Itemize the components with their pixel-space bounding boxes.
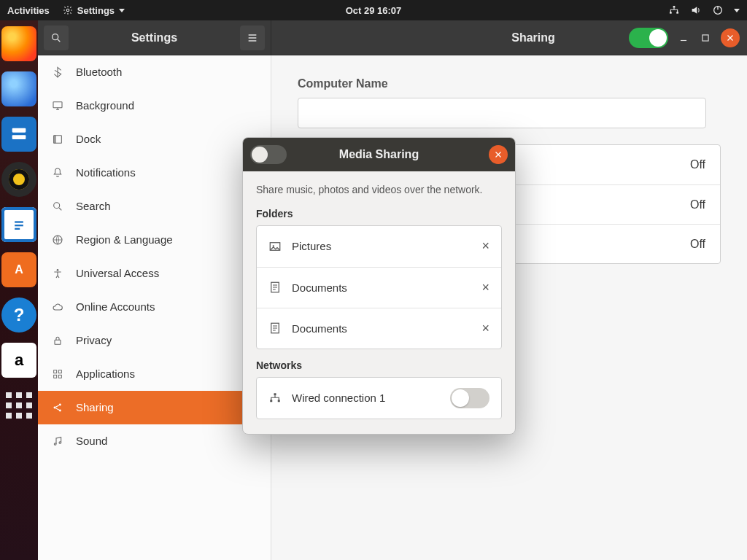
- remove-folder-button[interactable]: ×: [481, 238, 489, 254]
- network-icon[interactable]: [668, 4, 680, 16]
- sidebar-item-applications[interactable]: Applications: [38, 357, 271, 391]
- svg-rect-21: [58, 370, 61, 373]
- accessibility-icon: [51, 267, 64, 280]
- sidebar-item-label: Sharing: [76, 401, 114, 413]
- computer-name-label: Computer Name: [298, 77, 721, 90]
- monitor-icon: [51, 99, 64, 112]
- dialog-header: Media Sharing: [243, 138, 515, 171]
- sharing-master-switch[interactable]: [629, 28, 668, 48]
- dock-rhythmbox-icon[interactable]: [1, 162, 36, 197]
- dock: ? a: [0, 20, 38, 560]
- svg-rect-10: [15, 228, 20, 230]
- close-button[interactable]: [721, 28, 740, 47]
- appmenu-label: Settings: [77, 5, 115, 16]
- settings-sidebar: Bluetooth Background Dock Notifications …: [38, 55, 271, 560]
- svg-rect-23: [58, 375, 61, 378]
- clock[interactable]: Oct 29 16:07: [346, 5, 402, 16]
- sidebar-item-label: Bluetooth: [76, 66, 122, 78]
- svg-point-27: [54, 443, 56, 445]
- close-icon: [726, 34, 735, 42]
- sidebar-item-sound[interactable]: Sound: [38, 424, 271, 458]
- svg-rect-15: [54, 135, 56, 143]
- svg-rect-20: [54, 370, 57, 373]
- folder-row[interactable]: Documents ×: [257, 308, 501, 349]
- sidebar-item-label: Notifications: [76, 166, 136, 179]
- sidebar-item-search[interactable]: Search: [38, 190, 271, 223]
- page-title: Sharing: [511, 31, 555, 44]
- folder-label: Pictures: [292, 240, 331, 252]
- headerbar: Settings Sharing: [38, 20, 747, 55]
- network-switch[interactable]: [450, 388, 489, 408]
- sidebar-item-label: Search: [76, 200, 111, 212]
- search-button[interactable]: [44, 26, 69, 50]
- svg-rect-7: [12, 135, 26, 139]
- appmenu[interactable]: Settings: [63, 5, 125, 16]
- cloud-icon: [51, 300, 64, 314]
- service-state: Off: [690, 238, 705, 251]
- dock-amazon-icon[interactable]: a: [1, 343, 36, 378]
- dock-icon: [51, 133, 64, 146]
- media-sharing-switch[interactable]: [250, 145, 287, 164]
- document-icon: [268, 281, 282, 294]
- dock-help-icon[interactable]: ?: [1, 298, 36, 332]
- network-icon: [268, 392, 282, 405]
- sidebar-item-label: Sound: [76, 435, 107, 447]
- remove-folder-button[interactable]: ×: [481, 280, 489, 295]
- dock-writer-icon[interactable]: [1, 207, 36, 242]
- folders-list: Pictures × Documents × Documents ×: [256, 225, 502, 349]
- svg-point-25: [59, 403, 61, 405]
- sidebar-item-privacy[interactable]: Privacy: [38, 324, 271, 357]
- sidebar-item-bluetooth[interactable]: Bluetooth: [38, 55, 271, 89]
- dock-software-icon[interactable]: [1, 252, 36, 287]
- sidebar-item-label: Applications: [76, 368, 135, 380]
- folder-row[interactable]: Documents ×: [257, 267, 501, 308]
- close-icon: [494, 150, 503, 159]
- settings-title: Settings: [131, 31, 177, 44]
- sidebar-item-dock[interactable]: Dock: [38, 122, 271, 156]
- dock-thunderbird-icon[interactable]: [1, 71, 36, 106]
- share-icon: [51, 401, 64, 414]
- chevron-down-icon[interactable]: [734, 9, 740, 12]
- maximize-button[interactable]: [699, 31, 712, 44]
- svg-rect-9: [15, 225, 23, 226]
- dialog-title: Media Sharing: [339, 148, 419, 161]
- svg-point-24: [54, 406, 56, 408]
- dialog-description: Share music, photos and videos over the …: [256, 183, 502, 198]
- sidebar-item-universal-access[interactable]: Universal Access: [38, 257, 271, 290]
- dock-firefox-icon[interactable]: [1, 26, 36, 61]
- chevron-down-icon: [119, 9, 125, 12]
- network-label: Wired connection 1: [292, 392, 385, 404]
- folders-section-label: Folders: [256, 208, 502, 219]
- activities-button[interactable]: Activities: [7, 5, 50, 16]
- bluetooth-icon: [51, 66, 64, 79]
- folder-row[interactable]: Pictures ×: [257, 226, 501, 267]
- computer-name-field[interactable]: [298, 98, 706, 128]
- media-sharing-dialog: Media Sharing Share music, photos and vi…: [242, 137, 516, 435]
- sidebar-item-online-accounts[interactable]: Online Accounts: [38, 290, 271, 324]
- sidebar-item-label: Privacy: [76, 334, 112, 346]
- svg-point-16: [54, 202, 60, 208]
- settings-window: Settings Sharing: [38, 20, 747, 560]
- networks-section-label: Networks: [256, 359, 502, 371]
- power-icon[interactable]: [712, 4, 724, 16]
- volume-icon[interactable]: [690, 4, 702, 16]
- minimize-button[interactable]: [677, 31, 690, 44]
- sidebar-item-label: Universal Access: [76, 267, 159, 279]
- svg-rect-33: [274, 393, 276, 395]
- sidebar-item-sharing[interactable]: Sharing: [38, 391, 271, 424]
- dock-show-apps-icon[interactable]: [1, 388, 36, 423]
- svg-point-18: [57, 269, 59, 271]
- sidebar-item-background[interactable]: Background: [38, 89, 271, 122]
- sidebar-item-region[interactable]: Region & Language: [38, 223, 271, 257]
- dialog-close-button[interactable]: [489, 145, 508, 164]
- svg-rect-34: [270, 400, 272, 402]
- hamburger-button[interactable]: [240, 26, 265, 50]
- remove-folder-button[interactable]: ×: [481, 321, 489, 336]
- apps-icon: [51, 368, 64, 381]
- dock-files-icon[interactable]: [1, 117, 36, 152]
- hamburger-icon: [247, 32, 258, 44]
- svg-rect-19: [55, 340, 61, 344]
- sidebar-item-notifications[interactable]: Notifications: [38, 156, 271, 190]
- globe-icon: [51, 233, 64, 246]
- network-row: Wired connection 1: [256, 377, 502, 419]
